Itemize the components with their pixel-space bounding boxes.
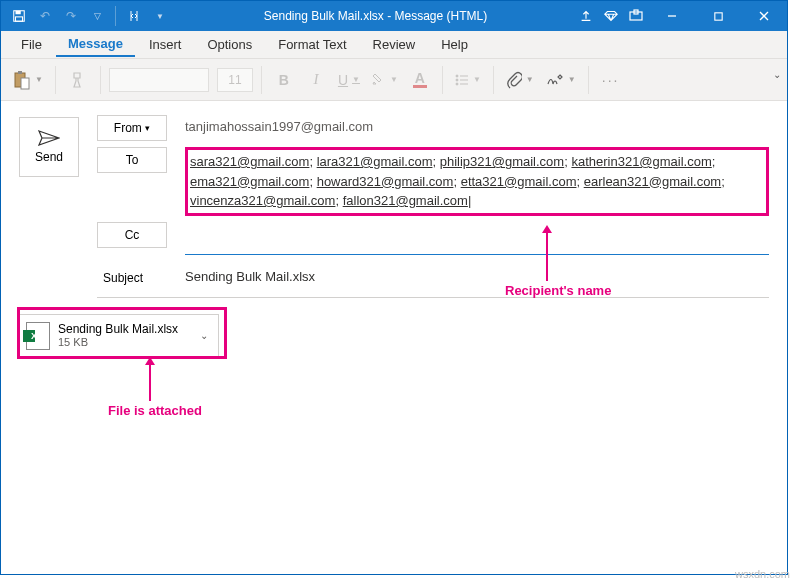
redo-icon[interactable]: ↷ xyxy=(59,4,83,28)
cc-button[interactable]: Cc xyxy=(97,222,167,248)
svg-point-16 xyxy=(456,79,458,81)
qat-dropdown-icon[interactable]: ▽ xyxy=(85,4,109,28)
send-button[interactable]: Send xyxy=(19,117,79,177)
svg-rect-8 xyxy=(714,12,721,19)
signature-button[interactable]: ▼ xyxy=(542,66,580,94)
recipient-address[interactable]: lara321@gmail.com xyxy=(317,154,433,169)
ribbon-toolbar: ▼ 11 B I U▼ ▼ A ▼ ▼ ▼ ··· xyxy=(1,59,787,101)
attachment-chip[interactable]: X Sending Bulk Mail.xlsx 15 KB ⌄ xyxy=(19,314,219,358)
recipient-address[interactable]: philip321@gmail.com xyxy=(440,154,564,169)
window-title: Sending Bulk Mail.xlsx - Message (HTML) xyxy=(172,9,579,23)
maximize-button[interactable] xyxy=(695,1,741,31)
from-value[interactable]: tanjimahossain1997@gmail.com xyxy=(185,115,769,138)
recipient-address[interactable]: fallon321@gmail.com xyxy=(343,193,468,208)
minimize-button[interactable] xyxy=(649,1,695,31)
format-painter-icon[interactable] xyxy=(64,66,92,94)
tab-message[interactable]: Message xyxy=(56,32,135,57)
italic-button[interactable]: I xyxy=(302,66,330,94)
divider xyxy=(185,254,769,255)
recipient-address[interactable]: earlean321@gmail.com xyxy=(584,174,722,189)
premium-icon[interactable] xyxy=(603,9,619,23)
recipient-address[interactable]: sara321@gmail.com xyxy=(190,154,309,169)
svg-rect-13 xyxy=(21,78,29,89)
send-label: Send xyxy=(35,150,63,164)
bullets-button[interactable]: ▼ xyxy=(451,66,485,94)
excel-file-icon: X xyxy=(26,322,50,350)
svg-rect-5 xyxy=(630,12,642,20)
collapse-ribbon-icon[interactable]: ⌄ xyxy=(773,69,781,80)
attachment-size: 15 KB xyxy=(58,336,196,349)
attachment-dropdown-icon[interactable]: ⌄ xyxy=(196,330,212,341)
separator xyxy=(588,66,589,94)
touch-mode-icon[interactable] xyxy=(122,4,146,28)
qat-dropdown-icon[interactable]: ▼ xyxy=(148,4,172,28)
attach-file-button[interactable]: ▼ xyxy=(502,66,538,94)
underline-button[interactable]: U▼ xyxy=(334,66,364,94)
separator xyxy=(55,66,56,94)
cc-field[interactable] xyxy=(185,222,769,230)
from-button[interactable]: From ▾ xyxy=(97,115,167,141)
recipient-address[interactable]: vincenza321@gmail.com xyxy=(190,193,335,208)
bold-button[interactable]: B xyxy=(270,66,298,94)
recipient-address[interactable]: etta321@gmail.com xyxy=(461,174,577,189)
separator xyxy=(100,66,101,94)
separator xyxy=(442,66,443,94)
more-options-button[interactable]: ··· xyxy=(597,66,625,94)
tab-options[interactable]: Options xyxy=(195,33,264,56)
compose-area: Send From ▾ tanjimahossain1997@gmail.com… xyxy=(1,101,787,358)
recipient-address[interactable]: howard321@gmail.com xyxy=(317,174,454,189)
outlook-compose-window: ↶ ↷ ▽ ▼ Sending Bulk Mail.xlsx - Message… xyxy=(0,0,788,575)
annotation-file: File is attached xyxy=(108,403,202,418)
paste-button[interactable]: ▼ xyxy=(9,66,47,94)
to-button[interactable]: To xyxy=(97,147,167,173)
text-cursor: | xyxy=(468,193,471,208)
ribbon-tabs: File Message Insert Options Format Text … xyxy=(1,31,787,59)
separator xyxy=(261,66,262,94)
undo-icon[interactable]: ↶ xyxy=(33,4,57,28)
to-field[interactable]: sara321@gmail.com; lara321@gmail.com; ph… xyxy=(185,147,769,216)
highlight-button[interactable]: ▼ xyxy=(368,66,402,94)
tab-help[interactable]: Help xyxy=(429,33,480,56)
attachment-name: Sending Bulk Mail.xlsx xyxy=(58,322,196,336)
svg-point-14 xyxy=(456,75,458,77)
recipient-address[interactable]: katherin321@gmail.com xyxy=(571,154,711,169)
watermark: wsxdn.com xyxy=(735,568,790,580)
svg-rect-2 xyxy=(16,17,23,21)
tab-format-text[interactable]: Format Text xyxy=(266,33,358,56)
separator xyxy=(493,66,494,94)
divider xyxy=(97,297,769,298)
recipient-address[interactable]: ema321@gmail.com xyxy=(190,174,309,189)
font-size-selector[interactable]: 11 xyxy=(217,68,253,92)
tab-file[interactable]: File xyxy=(9,33,54,56)
svg-point-18 xyxy=(456,83,458,85)
app-launcher-icon[interactable] xyxy=(629,9,643,23)
annotation-arrow xyxy=(149,363,151,401)
title-bar: ↶ ↷ ▽ ▼ Sending Bulk Mail.xlsx - Message… xyxy=(1,1,787,31)
annotation-arrow xyxy=(546,231,548,281)
upload-icon[interactable] xyxy=(579,9,593,23)
font-name-selector[interactable] xyxy=(109,68,209,92)
svg-rect-12 xyxy=(18,71,22,74)
tab-review[interactable]: Review xyxy=(361,33,428,56)
save-icon[interactable] xyxy=(7,4,31,28)
close-button[interactable] xyxy=(741,1,787,31)
tab-insert[interactable]: Insert xyxy=(137,33,194,56)
svg-rect-1 xyxy=(16,11,21,15)
subject-label: Subject xyxy=(103,265,173,291)
annotation-recipients: Recipient's name xyxy=(505,283,611,298)
separator xyxy=(115,6,116,26)
font-color-button[interactable]: A xyxy=(406,66,434,94)
subject-field[interactable]: Sending Bulk Mail.xlsx xyxy=(185,265,769,288)
